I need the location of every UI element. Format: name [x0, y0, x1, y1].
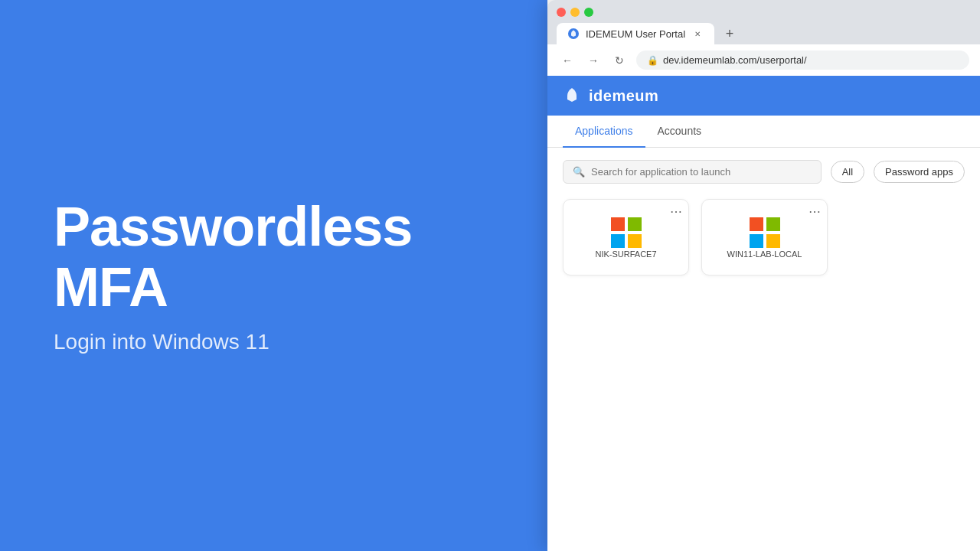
- filter-all-button[interactable]: All: [831, 161, 864, 183]
- svg-rect-3: [611, 234, 625, 248]
- svg-rect-8: [766, 234, 780, 248]
- search-input[interactable]: [591, 166, 812, 178]
- main-heading: Passwordless MFA: [54, 197, 494, 318]
- new-tab-button[interactable]: +: [719, 23, 740, 44]
- url-field[interactable]: 🔒 dev.idemeumlab.com/userportal/: [636, 51, 969, 70]
- svg-rect-1: [611, 217, 625, 231]
- card-menu-button-2[interactable]: ⋯: [808, 206, 821, 218]
- maximize-window-button[interactable]: [584, 8, 593, 17]
- svg-rect-5: [750, 217, 763, 231]
- app-grid: ⋯ NIK-SURFACE7 ⋯ WIN11-LAB-LOC: [547, 193, 980, 551]
- svg-rect-7: [750, 234, 763, 248]
- address-bar: ← → ↻ 🔒 dev.idemeumlab.com/userportal/: [547, 44, 980, 76]
- back-button[interactable]: ←: [558, 51, 577, 70]
- browser-window: IDEMEUM User Portal ✕ + ← → ↻ 🔒 dev.idem…: [547, 0, 980, 551]
- refresh-button[interactable]: ↻: [610, 51, 629, 70]
- tab-close-button[interactable]: ✕: [691, 28, 704, 40]
- tab-label: IDEMEUM User Portal: [586, 28, 685, 40]
- forward-button[interactable]: →: [584, 51, 603, 70]
- tab-accounts[interactable]: Accounts: [645, 116, 714, 148]
- windows-logo-icon-2: [748, 216, 782, 249]
- card-menu-button-1[interactable]: ⋯: [670, 206, 682, 218]
- svg-rect-4: [628, 234, 642, 248]
- traffic-lights: [557, 8, 971, 17]
- app-card-nik-surface7[interactable]: ⋯ NIK-SURFACE7: [563, 199, 689, 276]
- tab-applications[interactable]: Applications: [563, 116, 645, 148]
- svg-rect-2: [628, 217, 642, 231]
- search-row: 🔍 All Password apps: [547, 148, 980, 193]
- svg-rect-6: [766, 217, 780, 231]
- sub-heading: Login into Windows 11: [54, 330, 494, 354]
- tab-favicon: [567, 28, 580, 40]
- close-window-button[interactable]: [557, 8, 566, 17]
- active-tab[interactable]: IDEMEUM User Portal ✕: [557, 23, 714, 44]
- app-card-win11-lab-local[interactable]: ⋯ WIN11-LAB-LOCAL: [701, 199, 828, 276]
- lock-icon: 🔒: [647, 55, 658, 66]
- app-content: idemeum Applications Accounts 🔍 All Pass…: [547, 76, 980, 551]
- minimize-window-button[interactable]: [570, 8, 580, 17]
- app-logo-icon: [563, 86, 581, 105]
- app-card-name-2: WIN11-LAB-LOCAL: [727, 249, 802, 259]
- url-text: dev.idemeumlab.com/userportal/: [663, 54, 807, 66]
- filter-password-apps-button[interactable]: Password apps: [874, 161, 965, 183]
- app-header: idemeum: [547, 76, 980, 116]
- left-panel: Passwordless MFA Login into Windows 11: [0, 0, 547, 551]
- windows-logo-icon-1: [609, 216, 643, 249]
- search-icon: 🔍: [573, 166, 585, 178]
- app-card-name-1: NIK-SURFACE7: [595, 249, 656, 259]
- app-title: idemeum: [589, 87, 658, 105]
- search-box[interactable]: 🔍: [563, 160, 822, 184]
- browser-chrome: IDEMEUM User Portal ✕ +: [547, 0, 980, 44]
- app-tabs: Applications Accounts: [547, 116, 980, 148]
- tab-bar: IDEMEUM User Portal ✕ +: [557, 23, 971, 44]
